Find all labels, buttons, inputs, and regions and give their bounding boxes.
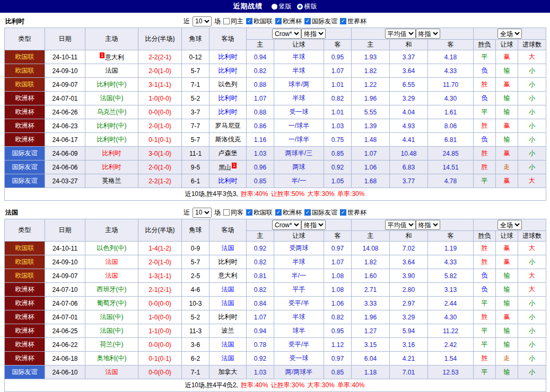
summary-segment: 胜率:40% — [241, 381, 270, 389]
home-team-name: 比利时(中) — [97, 122, 127, 129]
competition-checkbox-2[interactable]: ✓国际友谊 — [304, 208, 337, 217]
date-cell: 24-06-25 — [45, 324, 85, 338]
odds-home-cell: 0.81 — [247, 269, 274, 283]
handicap-cell: 半/一 — [274, 269, 324, 283]
competition-checkbox-1[interactable]: ✓欧洲杯 — [275, 208, 302, 217]
avg-source-select[interactable]: 终指 — [416, 29, 440, 39]
goals-result-cell: 小 — [518, 147, 546, 161]
away-team-name: 比利时 — [219, 53, 238, 60]
odds-away-cell: 1.08 — [324, 269, 352, 283]
scope-select[interactable]: 全场 — [497, 29, 522, 39]
corner-cell: 5-7 — [182, 133, 209, 147]
view-mode-option-1[interactable]: 横版 — [297, 2, 317, 11]
match-row: 欧洲杯24-07-01法国(中)1-0(0-0)5-2比利时1.07半球0.82… — [5, 310, 546, 324]
col-subheader: 让球 — [274, 231, 324, 242]
goals-result-cell: 大 — [518, 242, 546, 255]
competition-checkbox-1[interactable]: ✓欧洲杯 — [275, 17, 302, 26]
date-cell: 24-06-18 — [45, 352, 85, 366]
competition-cell: 国际友谊 — [5, 174, 45, 188]
avg-source-select[interactable]: 平均值 — [385, 29, 416, 39]
summary-row: 近10场,胜4平3负3, 胜率:40% 让胜率:50% 大率:30% 单率:30… — [5, 188, 546, 201]
odds-home-cell: 0.78 — [247, 338, 274, 352]
avg-draw-cell: 4.21 — [390, 352, 428, 366]
avg-draw-cell: 4.04 — [390, 105, 428, 119]
checkbox-icon — [223, 18, 230, 24]
goals-result-cell: 小 — [518, 119, 546, 133]
competition-checkbox-2[interactable]: ✓国际友谊 — [304, 17, 337, 26]
competition-checkbox-0[interactable]: ✓欧国联 — [246, 208, 273, 217]
home-team-name: 西班牙(中) — [97, 286, 127, 293]
scope-select[interactable]: 全场 — [497, 220, 522, 230]
same-venue-checkbox[interactable]: 同主 — [223, 17, 243, 26]
competition-checkbox-3[interactable]: ✓世界杯 — [340, 17, 366, 26]
competition-checkbox-3[interactable]: ✓世界杯 — [340, 208, 366, 217]
result-cell: 平 — [474, 338, 496, 352]
handicap-cell: 半球 — [274, 50, 324, 64]
recent-count-select[interactable]: 10 — [193, 16, 212, 26]
odds-away-cell: 1.03 — [324, 119, 352, 133]
goals-result-cell: 小 — [518, 78, 546, 92]
home-team-cell: 法国 — [85, 366, 138, 379]
odds-home-cell: 1.07 — [247, 310, 274, 324]
odds-source-select[interactable]: 终指 — [301, 29, 326, 39]
odds-source-select[interactable]: Crow* — [272, 29, 301, 39]
avg-source-select[interactable]: 平均值 — [385, 220, 416, 230]
avg-draw-cell: 10.48 — [390, 147, 428, 161]
handicap-result-cell: 输 — [496, 64, 518, 78]
competition-checkbox-0[interactable]: ✓欧国联 — [246, 17, 273, 26]
recent-count-select[interactable]: 10 — [193, 208, 212, 218]
match-row: 欧洲杯24-07-06葡萄牙(中)0-0(0-0)10-3法国0.84受平/半1… — [5, 297, 546, 310]
corner-cell: 7-1 — [182, 78, 209, 92]
result-cell: 胜 — [474, 78, 496, 92]
competition-label: 欧国联 — [254, 208, 273, 217]
avg-draw-cell: 7.02 — [390, 242, 428, 255]
corner-cell: 7-7 — [182, 119, 209, 133]
away-team-name: 斯洛伐克 — [215, 136, 241, 143]
home-team-name: 法国 — [106, 368, 118, 376]
avg-away-cell: 4.18 — [428, 50, 474, 64]
results-table: 类型日期主场比分(半场)角球客场Crow*终指平均值终指全场主让球客主和客胜负让… — [4, 219, 546, 392]
date-cell: 24-06-06 — [45, 161, 85, 174]
view-mode-option-0[interactable]: 竖版 — [272, 2, 292, 11]
avg-away-cell: 4.78 — [428, 174, 474, 188]
goals-result-cell: 小 — [518, 310, 546, 324]
competition-cell: 欧洲杯 — [5, 283, 45, 297]
away-team-cell: 比利时 — [209, 174, 247, 188]
score-cell: 3-0(1-0) — [138, 147, 182, 161]
date-cell: 24-03-27 — [45, 174, 85, 188]
results-table: 类型日期主场比分(半场)角球客场Crow*终指平均值终指全场主让球客主和客胜负让… — [4, 28, 546, 201]
match-row: 欧洲杯24-06-23比利时(中)2-0(1-0)7-7罗马尼亚0.86一/球半… — [5, 119, 546, 133]
handicap-result-cell: 输 — [496, 105, 518, 119]
same-venue-checkbox[interactable]: 同客 — [223, 208, 243, 217]
away-team-cell: 比利时 — [209, 255, 247, 269]
avg-draw-cell: 3.77 — [390, 174, 428, 188]
handicap-cell: 受一球 — [274, 352, 324, 366]
radio-icon — [297, 4, 303, 10]
handicap-result-cell: 走 — [496, 161, 518, 174]
checkbox-icon: ✓ — [340, 18, 346, 24]
col-header: 客场 — [209, 219, 247, 242]
avg-away-cell: 2.42 — [428, 338, 474, 352]
home-team-cell: 法国(中) — [85, 92, 138, 105]
summary-segment: 让胜率:50% — [271, 190, 307, 198]
team-section-1: 法国近10场同客✓欧国联✓欧洲杯✓国际友谊✓世界杯类型日期主场比分(半场)角球客… — [4, 206, 546, 392]
result-cell: 负 — [474, 92, 496, 105]
avg-away-cell: 5.82 — [428, 269, 474, 283]
score-cell: 0-0(0-0) — [138, 297, 182, 310]
avg-home-cell: 1.27 — [352, 324, 390, 338]
home-team-cell: 英格兰 — [85, 174, 138, 188]
avg-home-cell: 3.33 — [352, 297, 390, 310]
odds-source-select[interactable]: 终指 — [301, 220, 326, 230]
away-team-cell: 意大利 — [209, 269, 247, 283]
odds-source-select[interactable]: Crow* — [272, 220, 301, 230]
avg-away-cell: 24.85 — [428, 147, 474, 161]
col-subheader: 主 — [352, 231, 390, 242]
avg-source-select[interactable]: 终指 — [416, 220, 440, 230]
avg-home-cell: 1.22 — [352, 78, 390, 92]
odds-home-cell: 0.94 — [247, 324, 274, 338]
competition-cell: 欧洲杯 — [5, 352, 45, 366]
avg-home-cell: 1.93 — [352, 50, 390, 64]
competition-label: 世界杯 — [347, 208, 366, 217]
handicap-result-cell: 赢 — [496, 119, 518, 133]
recent-label: 近 — [184, 208, 190, 217]
